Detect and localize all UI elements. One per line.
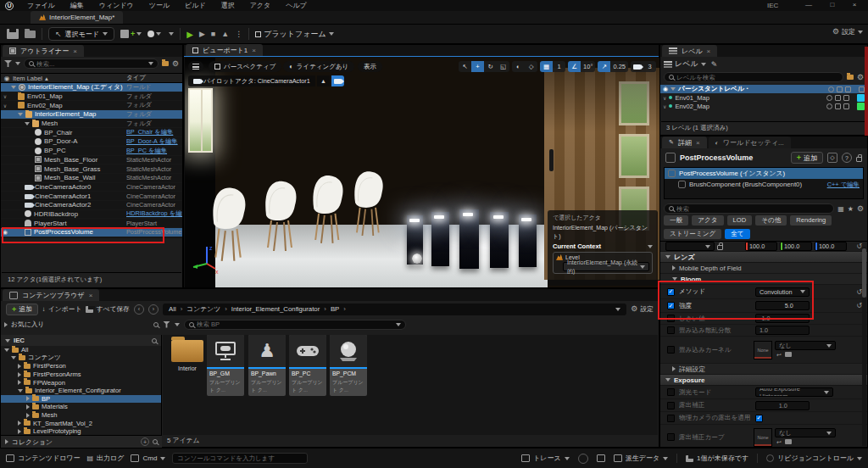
outliner-row-folder[interactable]: InteriorElement_Mapフォルダ [1, 110, 182, 120]
chip-lod[interactable]: LOD [727, 215, 753, 226]
expanded-icon[interactable] [25, 122, 30, 125]
component-row-brush[interactable]: BrushComponent (BrushComponent0) C++ で編集 [665, 179, 863, 190]
rotation-snap-value[interactable]: 10° [581, 61, 595, 72]
override-checkbox[interactable] [667, 433, 675, 441]
close-button[interactable]: × [848, 1, 861, 8]
cb-search-input[interactable] [197, 320, 393, 328]
gutter-chevron-icon[interactable]: ∨ [663, 103, 666, 109]
section-advanced[interactable]: 詳細設定 [660, 364, 867, 375]
favorites-star-icon[interactable]: ★ [848, 205, 854, 213]
current-context-header[interactable]: Current Context [553, 242, 653, 250]
outliner-row-actor[interactable]: CineCameraActor2CineCameraActor [1, 201, 182, 210]
search-icon[interactable] [153, 322, 159, 327]
column-type[interactable]: タイプ [126, 74, 182, 82]
play-options-kebab-icon[interactable]: ⋮ [235, 30, 242, 38]
cmd-dropdown[interactable]: Cmd [131, 454, 165, 462]
tree-item-materials[interactable]: Materials [1, 403, 161, 411]
search-icon[interactable] [153, 439, 158, 444]
current-level-dropdown[interactable]: InteriorElement_Map (永続的) [563, 262, 649, 271]
chip-streaming[interactable]: ストリーミング [664, 229, 721, 239]
folder-asset[interactable] [171, 340, 203, 362]
cb-asset-grid[interactable]: Interior BP_GM ブループリント ク... ♟ BP_Pawn ブル… [163, 335, 658, 435]
tab-levels[interactable]: レベル × [662, 45, 717, 57]
edit-blueprint-link[interactable]: BP_PC を編集 [126, 147, 182, 155]
back-button[interactable]: ‹ [134, 304, 144, 315]
outliner-row-world[interactable]: InteriorElement_Map (エディタ)ワールド [1, 83, 182, 92]
menu-tools[interactable]: ツール [147, 1, 171, 10]
add-button[interactable]: +追加 [6, 304, 38, 315]
reset-icon[interactable]: ↺ [856, 288, 862, 296]
add-component-button[interactable]: + 追加 [791, 152, 823, 164]
outliner-row-actor[interactable]: Mesh_Base_GrassStaticMeshActor [1, 164, 182, 174]
level-row-persistent[interactable]: ◉ パーシスタントレベル・ [660, 85, 867, 93]
outliner-row-actor[interactable]: BP_PCBP_PC を編集 [1, 147, 182, 156]
level-row-env02[interactable]: ∨ Env02_Map [660, 102, 867, 110]
surface-snap-toggle[interactable]: ◇ [525, 61, 537, 72]
toolbar-settings-button[interactable]: ⚙ 設定 [832, 27, 863, 36]
use-selected-icon[interactable]: ↩ [776, 352, 782, 359]
override-checkbox[interactable] [667, 315, 675, 322]
section-mobile-dof[interactable]: Mobile Depth of Field [660, 263, 867, 274]
expanded-icon[interactable] [11, 86, 16, 89]
crumb-content[interactable]: コンテンツ [186, 304, 220, 314]
rotate-tool[interactable]: ↻ [484, 61, 497, 72]
exposure-comp-field[interactable]: 1.0 [755, 401, 810, 410]
viewport-3d-scene[interactable]: パースペクティブ ◐ライティングあり 表示 ↖ + ↻ ◱ ◐ ◇ ▦ 1 [185, 58, 659, 287]
outliner-column-header[interactable]: ◉ Item Label▴ タイプ [1, 73, 182, 83]
lighting-bulb-icon[interactable] [826, 95, 832, 101]
outliner-row-postprocessvolume[interactable]: ◉PostProcessVolumePostProcessVolume [1, 228, 182, 237]
snapshot-icon[interactable] [597, 454, 605, 462]
tab-outliner[interactable]: アウトライナー × [3, 45, 84, 57]
override-checkbox[interactable] [667, 388, 675, 396]
asset-bp-pawn[interactable]: ♟ BP_Pawn ブループリント ク... [248, 335, 286, 396]
bloom-intensity-field[interactable]: 5.0 [755, 301, 810, 310]
content-drawer-button[interactable]: コンテンツドロワー [6, 454, 81, 463]
console-input-wrap[interactable] [172, 453, 308, 464]
favorites-section[interactable]: お気に入り [4, 320, 159, 329]
stop-button[interactable]: ■ [211, 30, 215, 38]
browse-icon[interactable] [785, 352, 792, 357]
curve-dropdown[interactable]: なし [775, 428, 836, 437]
asset-bp-pcm[interactable]: BP_PCM ブループリント ク... [330, 335, 367, 396]
close-icon[interactable]: × [73, 47, 77, 55]
reset-icon[interactable]: ↺ [856, 242, 862, 250]
sources-header[interactable]: IEC [1, 335, 161, 346]
edit-blueprint-link[interactable]: HDRIBackdrop を編集 [126, 209, 182, 218]
level-row-env01[interactable]: ∨ Env01_Map [660, 93, 867, 102]
play-button[interactable]: ▶ [186, 30, 193, 39]
outliner-row-folder[interactable]: ∨Env01_Mapフォルダ [1, 92, 182, 102]
edit-cpp-link[interactable]: C++ で編集 [827, 181, 860, 189]
kernel-thumbnail[interactable]: None [754, 341, 772, 359]
close-icon[interactable]: × [696, 139, 700, 147]
grid-snap-toggle[interactable]: ▦ [540, 61, 553, 72]
show-dropdown[interactable]: 表示 [358, 61, 382, 72]
help-icon[interactable]: ? [842, 153, 852, 163]
kernel-dropdown[interactable]: なし [775, 341, 836, 350]
eject-button[interactable]: ▲ [221, 30, 229, 38]
visibility-eye-icon[interactable]: ◉ [1, 229, 9, 236]
curve-thumbnail[interactable]: None [754, 428, 772, 447]
browse-icon[interactable] [785, 439, 792, 444]
scatter-field[interactable]: 1.0 [755, 326, 810, 335]
path-options-icon[interactable] [615, 308, 620, 311]
crumb-bp[interactable]: BP [331, 305, 339, 313]
asset-bp-pc[interactable]: BP_PC ブループリント ク... [289, 335, 326, 396]
menu-build[interactable]: ビルド [183, 1, 208, 10]
cb-settings-button[interactable]: ⚙設定 [631, 304, 654, 314]
section-exposure[interactable]: Exposure [660, 375, 867, 386]
outliner-row-folder[interactable]: ∨Env02_Mapフォルダ [1, 101, 182, 110]
outliner-row-folder[interactable]: Meshフォルダ [1, 120, 182, 129]
override-checkbox[interactable] [667, 346, 675, 354]
chip-general[interactable]: 一般 [664, 215, 688, 226]
scale-snap-toggle[interactable]: ↗ [598, 61, 610, 72]
tree-item-all[interactable]: All [1, 346, 161, 354]
lock-icon[interactable] [717, 245, 723, 250]
override-checkbox[interactable] [667, 402, 675, 410]
value-checkbox[interactable]: ✓ [755, 415, 763, 422]
outliner-row-actor[interactable]: Mesh_Base_FloorStaticMeshActor [1, 156, 182, 165]
close-icon[interactable]: × [252, 47, 256, 54]
lighting-bulb-icon[interactable] [826, 103, 832, 109]
rotation-snap-toggle[interactable]: ∠ [568, 61, 581, 72]
scale-y-field[interactable]: 100.0 [780, 242, 812, 251]
revision-control-dropdown[interactable]: リビジョンコントロール [757, 454, 862, 463]
